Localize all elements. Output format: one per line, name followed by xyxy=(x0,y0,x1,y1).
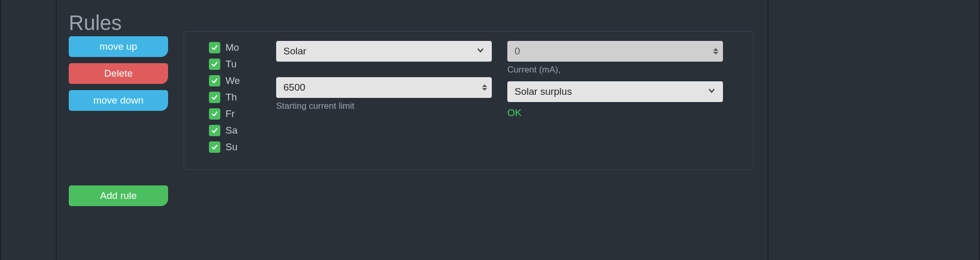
current-ma-label: Current (mA), xyxy=(507,65,723,75)
day-label-sa: Sa xyxy=(225,125,237,136)
rule-panel: Mo Tu We Th xyxy=(184,31,753,170)
current-ma-input[interactable]: 0 xyxy=(507,41,723,62)
day-checkbox-su[interactable] xyxy=(209,141,220,153)
rule-actions: move up Delete move down xyxy=(69,36,168,111)
starting-current-helper: Starting current limit xyxy=(276,101,492,111)
day-checkbox-tu[interactable] xyxy=(209,59,220,70)
starting-current-input[interactable]: 6500 xyxy=(276,77,492,98)
day-label-fr: Fr xyxy=(225,108,235,120)
day-checkbox-sa[interactable] xyxy=(209,125,220,136)
day-checkbox-th[interactable] xyxy=(209,92,220,103)
move-up-button[interactable]: move up xyxy=(69,36,168,57)
day-label-we: We xyxy=(225,75,240,86)
mode-select[interactable]: Solar xyxy=(276,41,492,62)
spinner-up-button[interactable] xyxy=(482,84,487,87)
surplus-select-value: Solar surplus xyxy=(515,86,572,97)
starting-current-value: 6500 xyxy=(283,82,305,93)
day-label-su: Su xyxy=(225,141,237,153)
rules-heading: Rules xyxy=(69,11,122,35)
day-checkbox-fr[interactable] xyxy=(209,108,220,120)
day-checkbox-mo[interactable] xyxy=(209,42,220,53)
day-checkbox-we[interactable] xyxy=(209,75,220,86)
mode-select-value: Solar xyxy=(283,46,306,57)
day-label-th: Th xyxy=(225,92,237,103)
days-column: Mo Tu We Th xyxy=(209,41,261,153)
move-down-button[interactable]: move down xyxy=(69,90,168,111)
chevron-down-icon xyxy=(707,86,716,97)
spinner-down-button[interactable] xyxy=(482,88,487,91)
day-label-tu: Tu xyxy=(225,59,236,70)
day-label-mo: Mo xyxy=(225,42,239,53)
spinner-icon xyxy=(712,45,720,58)
spinner-up-button[interactable] xyxy=(713,48,718,51)
status-ok: OK xyxy=(507,107,723,119)
spinner-down-button[interactable] xyxy=(713,52,718,54)
add-rule-button[interactable]: Add rule xyxy=(69,185,168,206)
delete-button[interactable]: Delete xyxy=(69,63,168,84)
current-ma-value: 0 xyxy=(515,46,520,57)
surplus-select[interactable]: Solar surplus xyxy=(507,81,723,102)
chevron-down-icon xyxy=(476,46,485,57)
spinner-icon xyxy=(480,81,489,94)
